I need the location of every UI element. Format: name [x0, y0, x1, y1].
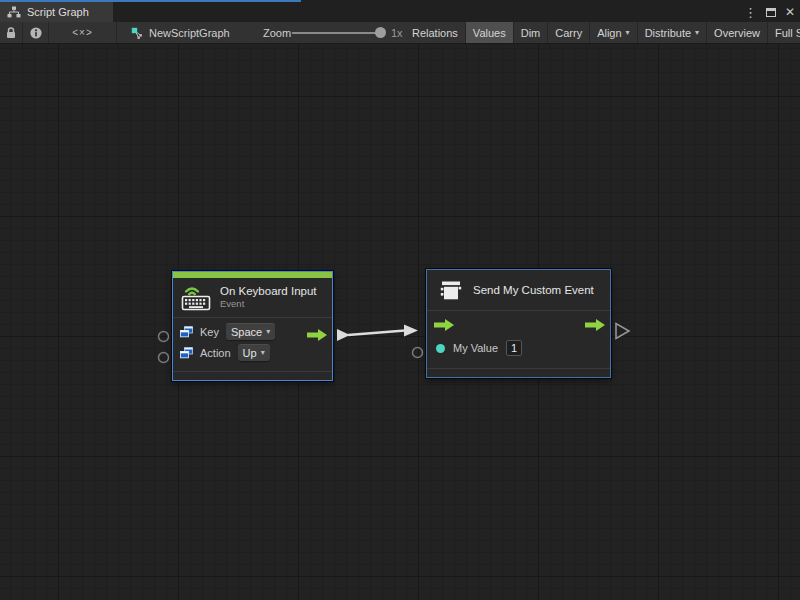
enum-icon [180, 347, 193, 359]
script-graph-window: Script Graph ⋮ ✕ [0, 0, 800, 600]
maximize-icon[interactable] [766, 8, 776, 17]
overview-button[interactable]: Overview [707, 22, 768, 43]
port-circle-my-value[interactable] [413, 348, 423, 358]
dim-button[interactable]: Dim [514, 22, 549, 43]
info-icon [29, 26, 43, 40]
tab-script-graph[interactable]: Script Graph [0, 2, 113, 22]
port-label: Key [200, 326, 219, 338]
port-row-action: Action Up ▾ [173, 342, 332, 363]
exec-port-triangle[interactable] [616, 324, 629, 339]
node-title: On Keyboard Input [220, 284, 317, 298]
fullscreen-button[interactable]: Full Screen [768, 22, 800, 43]
graph-name-label: NewScriptGraph [149, 27, 230, 39]
my-value-input[interactable]: 1 [506, 340, 522, 356]
graph-toolbar: <×> NewScriptGraph Zoom 1x Relations Val… [0, 22, 800, 44]
node-subtitle: Event [220, 298, 317, 309]
graph-asset-icon [131, 27, 143, 39]
align-dropdown-button[interactable]: Align ▾ [590, 22, 637, 43]
zoom-label: Zoom [263, 22, 291, 43]
node-send-my-custom-event[interactable]: Send My Custom Event My Value 1 [426, 269, 611, 378]
values-button[interactable]: Values [466, 22, 514, 43]
distribute-dropdown-button[interactable]: Distribute ▾ [638, 22, 707, 43]
exec-output-arrow[interactable] [307, 329, 327, 341]
script-graph-icon [7, 6, 21, 18]
action-dropdown[interactable]: Up ▾ [238, 344, 270, 361]
keyboard-icon [181, 283, 211, 311]
exec-input-arrow[interactable] [434, 319, 454, 331]
info-button[interactable] [23, 22, 49, 43]
carry-button[interactable]: Carry [548, 22, 590, 43]
wire-start-arrow[interactable] [337, 329, 350, 341]
key-dropdown[interactable]: Space ▾ [226, 323, 275, 340]
code-icon: <×> [72, 27, 93, 38]
port-label: Action [200, 347, 231, 359]
lock-button[interactable] [0, 22, 23, 43]
wire[interactable] [348, 331, 405, 336]
node-footer [173, 371, 332, 380]
exec-output-arrow[interactable] [585, 319, 605, 331]
port-row-my-value: My Value 1 [427, 337, 610, 359]
enum-icon [180, 326, 193, 338]
port-circle-action[interactable] [159, 353, 169, 363]
relations-button[interactable]: Relations [405, 22, 466, 43]
custom-event-icon [438, 277, 464, 303]
zoom-slider[interactable] [292, 32, 384, 34]
tab-bar: Script Graph ⋮ ✕ [0, 0, 800, 22]
port-label: My Value [453, 342, 498, 354]
node-on-keyboard-input[interactable]: On Keyboard Input Event Key Space ▾ [172, 271, 333, 381]
window-controls: ⋮ ✕ [744, 2, 795, 22]
tab-title: Script Graph [27, 6, 89, 18]
menu-icon[interactable]: ⋮ [744, 6, 757, 19]
node-header: Send My Custom Event [427, 270, 610, 311]
node-header-text: On Keyboard Input Event [220, 284, 317, 310]
zoom-slider-handle[interactable] [375, 27, 386, 38]
chevron-down-icon: ▾ [266, 327, 270, 336]
node-title: Send My Custom Event [473, 283, 594, 297]
chevron-down-icon: ▾ [261, 348, 265, 357]
toolbar-left-group: <×> [0, 22, 117, 43]
value-port-dot[interactable] [436, 344, 445, 353]
zoom-value: 1x [391, 22, 403, 43]
port-circle-key[interactable] [159, 332, 169, 342]
exec-row [427, 315, 610, 337]
node-header: On Keyboard Input Event [173, 278, 332, 318]
chevron-down-icon: ▾ [695, 28, 699, 37]
toolbar-right-group: Relations Values Dim Carry Align ▾ Distr… [405, 22, 800, 43]
wire-end-arrow[interactable] [404, 325, 418, 337]
graph-canvas[interactable]: On Keyboard Input Event Key Space ▾ [0, 44, 800, 600]
graph-asset-breadcrumb[interactable]: NewScriptGraph [131, 22, 230, 43]
chevron-down-icon: ▾ [626, 28, 630, 37]
lock-icon [4, 26, 18, 40]
wire-overlay [0, 44, 800, 600]
code-preview-button[interactable]: <×> [49, 22, 117, 43]
close-icon[interactable]: ✕ [785, 6, 795, 18]
node-footer [427, 368, 610, 377]
